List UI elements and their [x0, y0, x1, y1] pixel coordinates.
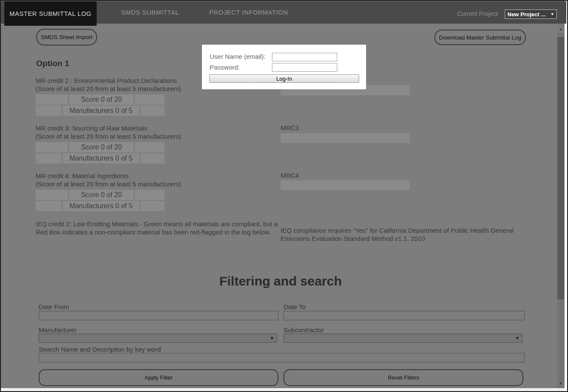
date-to-input[interactable]: [284, 311, 525, 320]
option-1-heading: Option 1: [36, 59, 69, 68]
tab-label: PROJECT INFORMATION: [209, 9, 288, 16]
score-cell-text: Score 0 of 20: [69, 94, 134, 105]
right-edge-strip: [565, 1, 567, 391]
username-field[interactable]: [272, 53, 337, 61]
mrc3-label: MRC3: [281, 124, 299, 131]
chevron-down-icon: ▼: [270, 336, 274, 340]
score-cell-left: [36, 94, 68, 105]
manufacturers-cell-right: [140, 153, 165, 164]
date-to-label: Date To: [284, 303, 305, 310]
date-from-label: Date From: [39, 303, 69, 310]
mr-credit-3-subtitle: (Score of at least 20 from at least 5 ma…: [36, 132, 283, 140]
search-keyword-input[interactable]: [39, 353, 525, 362]
score-cell-left: [36, 142, 68, 152]
smds-sheet-import-button[interactable]: SMDS Sheet Import: [36, 29, 97, 46]
tab-project-information[interactable]: PROJECT INFORMATION: [209, 1, 288, 24]
score-cell-right: [135, 190, 165, 200]
manufacturer-select[interactable]: ▼: [39, 334, 277, 343]
score-cell-right: [135, 94, 165, 105]
mr-credit-4-manufacturers-row: Manufacturers 0 of 5: [36, 201, 165, 211]
mr-credit-4-subtitle: (Score of at least 20 from at least 5 ma…: [36, 180, 283, 188]
chevron-down-icon: ▼: [550, 12, 554, 16]
date-from-input[interactable]: [39, 311, 278, 320]
search-keyword-label: Search Name and Description by key word: [39, 346, 161, 353]
manufacturers-cell-left: [36, 106, 61, 116]
manufacturers-cell-left: [36, 201, 61, 211]
mr-credit-4-block: MR credit 4: Material Ingredients (Score…: [36, 172, 283, 211]
mrc4-input-box[interactable]: [281, 180, 410, 190]
current-project-label: Current Project: [457, 10, 498, 17]
manufacturer-label: Manufacturer: [39, 326, 76, 334]
ieq-compliance-note: IEQ compliance requires "Yes" for Califo…: [281, 226, 515, 243]
subcontractor-label: Subcontractor: [284, 326, 324, 334]
vertical-scrollbar[interactable]: ▲ ▼: [557, 24, 564, 388]
manufacturers-cell-text: Manufacturers 0 of 5: [63, 201, 139, 211]
subcontractor-select[interactable]: ▼: [284, 334, 522, 343]
ieq-credit-2-description: IEQ credit 2: Low Emitting Materials - G…: [36, 220, 278, 236]
username-label: User Name (email):: [210, 53, 266, 60]
chevron-down-icon: ▼: [515, 336, 519, 340]
mr-credit-2-manufacturers-row: Manufacturers 0 of 5: [36, 106, 165, 116]
mr-credit-3-manufacturers-row: Manufacturers 0 of 5: [36, 153, 165, 164]
tab-label: SMDS SUBMITTAL: [121, 9, 179, 16]
mr-credit-4-score-row: Score 0 of 20: [36, 190, 165, 200]
project-select[interactable]: New Project ... ▼: [505, 9, 557, 19]
manufacturers-cell-text: Manufacturers 0 of 5: [63, 153, 139, 164]
manufacturers-cell-right: [140, 201, 165, 211]
score-cell-text: Score 0 of 20: [69, 190, 134, 200]
tab-label: MASTER SUBMITTAL LOG: [9, 10, 92, 17]
mr-credit-4-title: MR credit 4: Material Ingredients: [36, 172, 283, 180]
score-cell-left: [36, 190, 68, 200]
mrc3-input-box[interactable]: [281, 133, 410, 143]
top-navigation-bar: MASTER SUBMITTAL LOG SMDS SUBMITTAL PROJ…: [1, 1, 566, 24]
tab-smds-submittal[interactable]: SMDS SUBMITTAL: [121, 1, 179, 24]
login-overlay: User Name (email): Password: Log-In: [202, 45, 366, 89]
scroll-up-icon[interactable]: ▲: [557, 25, 564, 33]
project-select-value: New Project ...: [507, 11, 549, 18]
tab-master-submittal-log[interactable]: MASTER SUBMITTAL LOG: [4, 1, 97, 26]
mr-credit-2-score-row: Score 0 of 20: [36, 94, 165, 105]
horizontal-scrollbar-track[interactable]: [1, 388, 565, 391]
reset-filters-button[interactable]: Reset Filters: [284, 369, 523, 386]
score-cell-right: [135, 142, 165, 152]
log-in-button[interactable]: Log-In: [209, 74, 359, 83]
mr-credit-3-title: MR credit 3: Sourcing of Raw Materials: [36, 124, 283, 132]
filtering-and-search-heading: Filtering and search: [0, 274, 561, 289]
scrollbar-thumb[interactable]: [557, 37, 564, 299]
mrc4-label: MRC4: [281, 172, 299, 179]
download-master-submittal-log-button[interactable]: Download Master Submittal Log: [434, 30, 526, 45]
mr-credit-3-score-row: Score 0 of 20: [36, 142, 165, 152]
mr-credit-3-block: MR credit 3: Sourcing of Raw Materials (…: [36, 124, 283, 164]
password-field[interactable]: [272, 63, 337, 72]
manufacturers-cell-left: [36, 153, 61, 164]
password-label: Password:: [210, 64, 240, 71]
scroll-down-icon[interactable]: ▼: [557, 380, 564, 387]
app-window: MASTER SUBMITTAL LOG SMDS SUBMITTAL PROJ…: [0, 0, 568, 392]
apply-filter-button[interactable]: Apply Filter: [39, 369, 278, 386]
manufacturers-cell-right: [140, 106, 165, 116]
score-cell-text: Score 0 of 20: [69, 142, 134, 152]
manufacturers-cell-text: Manufacturers 0 of 5: [63, 106, 139, 116]
